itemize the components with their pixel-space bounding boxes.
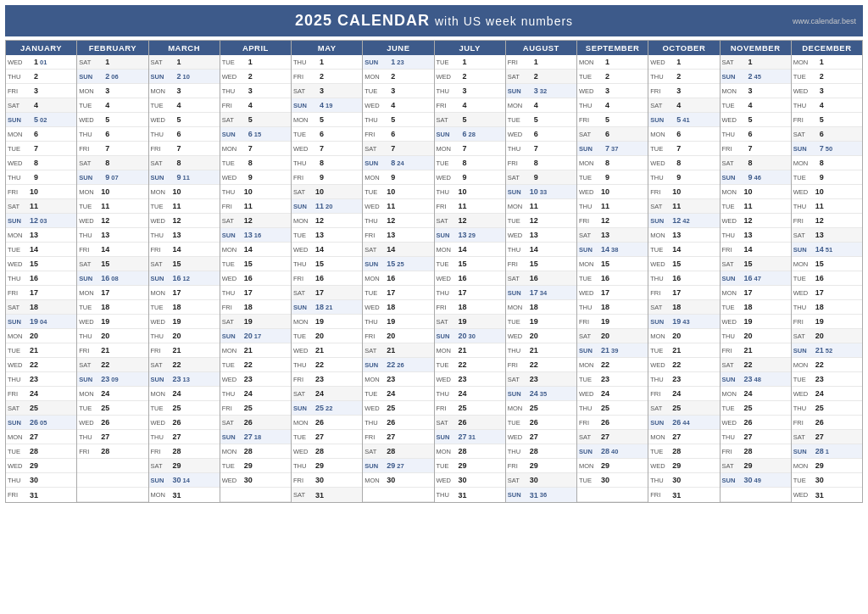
day-row: THU25	[792, 401, 862, 416]
day-row: FRI24	[6, 387, 76, 401]
day-row: TUE14	[648, 243, 719, 257]
month-header-november: NOVEMBER	[721, 41, 791, 55]
day-row: THU13	[149, 228, 220, 243]
day-row: WED8	[648, 156, 719, 170]
day-row: SUN750	[792, 142, 862, 156]
day-row: WED5	[149, 113, 220, 127]
day-row: MON1	[792, 55, 862, 70]
day-row: TUE22	[435, 358, 505, 372]
day-row: WED28	[292, 444, 362, 459]
day-row: SAT2	[506, 70, 576, 84]
day-row: MON9	[363, 170, 433, 185]
day-row: FRI28	[149, 444, 220, 459]
day-row: FRI17	[648, 286, 719, 300]
day-row: FRI7	[149, 142, 220, 156]
day-row: SUN2718	[220, 430, 291, 444]
day-row: MON10	[721, 185, 791, 199]
day-row: MON27	[6, 430, 76, 444]
day-row: FRI21	[77, 343, 147, 358]
day-row: THU6	[77, 127, 147, 142]
day-row: WED26	[721, 416, 791, 430]
day-row: SAT11	[6, 199, 76, 214]
day-row: WED23	[435, 372, 505, 387]
day-row: TUE30	[792, 473, 862, 488]
day-row: MON28	[220, 444, 291, 459]
day-row: MON20	[6, 329, 76, 343]
day-row: WED10	[577, 185, 648, 199]
day-row: FRI18	[435, 300, 505, 315]
day-row: SAT12	[435, 214, 505, 228]
day-row: SUN911	[149, 170, 220, 185]
day-row: WED16	[220, 271, 291, 286]
day-row: WED9	[435, 170, 505, 185]
calendar-grid: JANUARY WED101 THU2 FRI3 SAT4 SUN502 MON…	[5, 40, 863, 503]
day-row: TUE20	[292, 329, 362, 343]
day-row: MON4	[506, 98, 576, 113]
day-row: SAT26	[435, 416, 505, 430]
day-row: THU24	[435, 387, 505, 401]
day-row: MON6	[6, 127, 76, 142]
day-row: WED15	[6, 257, 76, 271]
day-row: WED3	[577, 84, 648, 98]
day-row: FRI12	[577, 214, 648, 228]
day-row: SAT20	[577, 329, 648, 343]
day-row: THU10	[435, 185, 505, 199]
month-may: MAY THU1 FRI2 SAT3 SUN419 MON5 TUE6 WED7…	[292, 41, 362, 502]
day-row: SUN210	[149, 70, 220, 84]
day-row: MON25	[506, 401, 576, 416]
day-row: THU17	[435, 286, 505, 300]
day-row: MON28	[435, 444, 505, 459]
day-row: FRI4	[220, 98, 291, 113]
day-row: FRI28	[721, 444, 791, 459]
day-row: TUE14	[6, 243, 76, 257]
day-row: FRI14	[149, 243, 220, 257]
day-row: THU8	[292, 156, 362, 170]
day-row: THU26	[363, 416, 433, 430]
day-row: WED30	[435, 473, 505, 488]
day-row: MON21	[435, 343, 505, 358]
month-september: SEPTEMBER MON1 TUE2 WED3 THU4 FRI5 SAT6 …	[577, 41, 648, 502]
day-row: TUE13	[292, 228, 362, 243]
day-row: FRI22	[506, 358, 576, 372]
day-row: MON2	[363, 70, 433, 84]
day-row: SAT15	[721, 257, 791, 271]
day-row: FRI5	[577, 113, 648, 127]
day-row: TUE24	[363, 387, 433, 401]
day-row: FRI25	[220, 401, 291, 416]
day-row: WED15	[648, 257, 719, 271]
day-row: SAT4	[6, 98, 76, 113]
day-row: MON15	[577, 257, 648, 271]
day-row: WED12	[149, 214, 220, 228]
day-row: SAT21	[363, 343, 433, 358]
day-row: THU16	[648, 271, 719, 286]
day-row: MON22	[792, 358, 862, 372]
day-row: TUE8	[435, 156, 505, 170]
day-row: WED5	[721, 113, 791, 127]
day-row: THU15	[292, 257, 362, 271]
day-row: SAT17	[292, 286, 362, 300]
day-row: SAT31	[292, 488, 362, 502]
day-row: MON17	[77, 286, 147, 300]
day-row: SUN1904	[6, 315, 76, 329]
day-row: FRI23	[292, 372, 362, 387]
day-row: MON14	[220, 243, 291, 257]
day-row: WED17	[577, 286, 648, 300]
day-row: THU6	[149, 127, 220, 142]
day-row: TUE18	[721, 300, 791, 315]
day-row: TUE21	[648, 343, 719, 358]
day-row: TUE25	[721, 401, 791, 416]
day-row: SUN737	[577, 142, 648, 156]
day-row: WED8	[6, 156, 76, 170]
month-april: APRIL TUE1 WED2 THU3 FRI4 SAT5 SUN615 MO…	[220, 41, 291, 502]
day-row: MON21	[220, 343, 291, 358]
day-row: THU4	[577, 98, 648, 113]
day-row: MON24	[77, 387, 147, 401]
day-row: TUE27	[292, 430, 362, 444]
day-row: FRI19	[577, 315, 648, 329]
day-row: SUN3049	[721, 473, 791, 488]
day-row: TUE5	[506, 113, 576, 127]
day-row: SAT18	[648, 300, 719, 315]
day-row: SAT22	[721, 358, 791, 372]
day-row: WED13	[506, 228, 576, 243]
day-row: FRI2	[292, 70, 362, 84]
